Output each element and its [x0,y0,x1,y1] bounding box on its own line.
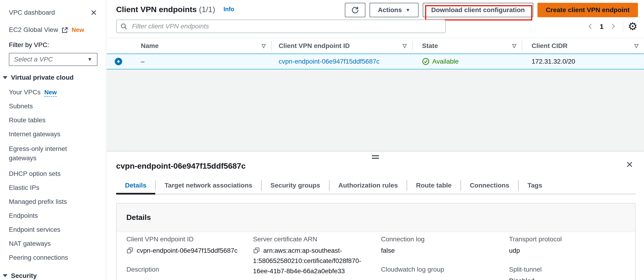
current-page-number[interactable]: 1 [598,22,605,31]
column-label: State [422,42,438,50]
sort-icon[interactable]: ▽ [512,43,516,49]
settings-gear-icon[interactable]: ⚙ [628,21,638,32]
tab-tags[interactable]: Tags [518,177,551,194]
split-panel-drag-handle[interactable] [372,155,379,160]
sidebar-item-dhcp-option-sets[interactable]: DHCP option sets [9,167,98,181]
details-column-1: Client VPN endpoint ID cvpn-endpoint-06e… [126,235,253,280]
sidebar-item-nat-gateways[interactable]: NAT gateways [9,237,98,251]
download-client-configuration-button[interactable]: Download client configuration [423,3,533,17]
cell-client-cidr: 172.31.32.0/20 [522,54,644,69]
table-header: Name ▽ Client VPN endpoint ID ▽ State ▽ … [107,38,644,54]
selection-column-header [107,38,130,54]
field-connection-log: Connection log false [381,235,509,256]
details-card-title: Details [126,213,151,223]
sidebar-item-endpoint-services[interactable]: Endpoint services [9,223,98,237]
sidebar-item-ec2-global-view[interactable]: EC2 Global View [9,26,58,34]
endpoint-id-link[interactable]: cvpn-endpoint-06e947f15ddf5687c [279,57,380,66]
cell-state: Available [413,54,522,69]
table-row[interactable]: – cvpn-endpoint-06e947f15ddf5687c Availa… [107,54,644,69]
sidebar-item-egress-only-internet-gateways[interactable]: Egress-only internet gateways [9,141,84,167]
details-column-2: Server certificate ARN arn:aws:acm:ap-so… [253,235,381,280]
field-value: arn:aws:acm:ap-southeast-1:580652580210:… [253,247,361,275]
sidebar-item-elastic-ips[interactable]: Elastic IPs [9,181,98,195]
section-label: Virtual private cloud [11,73,74,82]
field-value: cvpn-endpoint-06e947f15ddf5687c [137,247,238,254]
section-label: Security [11,272,37,280]
chevron-down-icon: ▼ [406,7,410,13]
sidebar: VPC dashboard EC2 Global View New Filter… [0,0,106,280]
field-server-certificate-arn: Server certificate ARN arn:aws:acm:ap-so… [253,235,381,276]
sort-icon[interactable]: ▽ [262,43,266,49]
field-split-tunnel: Split-tunnel Disabled [509,266,630,280]
sidebar-item-managed-prefix-lists[interactable]: Managed prefix lists [9,195,98,209]
actions-button[interactable]: Actions ▼ [370,3,418,17]
radio-selected-icon [115,58,122,65]
sort-icon[interactable]: ▽ [634,43,638,49]
filter-input[interactable] [116,19,446,33]
vpc-select[interactable]: Select a VPC ▼ [9,53,98,66]
section-virtual-private-cloud[interactable]: Virtual private cloud [3,73,98,82]
field-label: Split-tunnel [509,266,621,274]
sidebar-item-internet-gateways[interactable]: Internet gateways [9,127,98,141]
column-header-name[interactable]: Name ▽ [130,38,271,54]
sidebar-item-label: Your VPCs [9,88,40,96]
sidebar-item-subnets[interactable]: Subnets [9,99,98,113]
details-panel-close-icon[interactable] [625,160,634,169]
sidebar-close-icon[interactable] [90,9,98,16]
field-value: udp [509,246,621,256]
sidebar-nav-list: Your VPCsNew Subnets Route tables Intern… [9,85,98,265]
field-client-vpn-endpoint-id: Client VPN endpoint ID cvpn-endpoint-06e… [126,235,253,256]
header-actions: Actions ▼ Download client configuration … [345,3,638,17]
pagination: 1 ⚙ [585,20,638,33]
field-cloudwatch-log-group: Cloudwatch log group – [381,266,509,280]
details-panel: cvpn-endpoint-06e947f15ddf5687c Details … [107,151,644,280]
field-label: Transport protocol [509,235,621,243]
tab-target-network-associations[interactable]: Target network associations [156,177,261,194]
copy-icon[interactable] [253,247,260,254]
sidebar-item-your-vpcs[interactable]: Your VPCsNew [9,85,98,99]
filter-by-vpc-label: Filter by VPC: [9,41,98,49]
sidebar-item-peering-connections[interactable]: Peering connections [9,251,98,265]
section-collapse-icon [3,274,8,277]
tab-details[interactable]: Details [116,177,155,194]
field-value: Disabled [509,276,621,280]
sidebar-title-vpc-dashboard[interactable]: VPC dashboard [9,8,55,17]
chevron-down-icon: ▼ [87,56,92,63]
download-highlight-wrap: Download client configuration [423,3,533,17]
section-security[interactable]: Security [3,272,98,280]
details-panel-title: cvpn-endpoint-06e947f15ddf5687c [116,161,246,171]
table-empty-area [107,70,644,151]
previous-page-button[interactable] [585,20,596,33]
column-label: Client VPN endpoint ID [279,42,350,50]
resource-count: (1/1) [199,5,215,14]
column-header-state[interactable]: State ▽ [413,38,522,54]
column-header-client-cidr[interactable]: Client CIDR ▽ [522,38,644,54]
create-client-vpn-endpoint-button[interactable]: Create client VPN endpoint [538,3,638,17]
sidebar-item-endpoints[interactable]: Endpoints [9,209,98,223]
row-select-radio[interactable] [107,54,130,69]
refresh-button[interactable] [345,3,365,17]
next-page-button[interactable] [608,20,618,33]
sort-icon[interactable]: ▽ [403,43,407,49]
details-column-4: Transport protocol udp Split-tunnel Disa… [509,235,630,280]
tab-authorization-rules[interactable]: Authorization rules [330,177,407,194]
column-header-endpoint-id[interactable]: Client VPN endpoint ID ▽ [272,38,412,54]
details-card-header: Details [116,204,635,232]
section-collapse-icon [3,76,8,79]
cell-endpoint-id: cvpn-endpoint-06e947f15ddf5687c [272,54,412,69]
info-link[interactable]: Info [224,6,234,12]
details-card-body: Client VPN endpoint ID cvpn-endpoint-06e… [116,232,635,280]
status-badge: Available [432,57,459,66]
cell-name: – [130,54,271,69]
field-description: Description – [126,266,253,280]
sidebar-item-route-tables[interactable]: Route tables [9,113,98,127]
copy-icon[interactable] [126,247,133,254]
new-badge[interactable]: New [44,89,57,97]
page-title: Client VPN endpoints (1/1) Info [116,4,234,14]
field-value: – [126,276,244,280]
tab-connections[interactable]: Connections [461,177,518,194]
tab-security-groups[interactable]: Security groups [262,177,329,194]
field-label: Client VPN endpoint ID [126,235,244,243]
tab-route-table[interactable]: Route table [407,177,460,194]
actions-button-label: Actions [378,6,402,14]
